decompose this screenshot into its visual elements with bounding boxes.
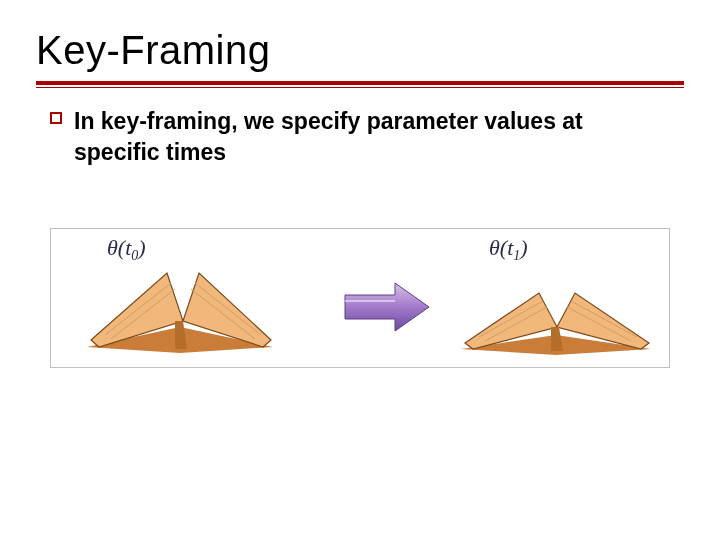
slide-content: In key-framing, we specify parameter val… — [36, 88, 684, 368]
slide-title: Key-Framing — [36, 28, 684, 79]
bullet-marker-icon — [50, 112, 62, 124]
book-icon-t1 — [451, 265, 661, 365]
diagram-panel: θ(t0) θ(t1) — [50, 228, 670, 368]
arrow-icon — [341, 279, 433, 335]
slide: Key-Framing In key-framing, we specify p… — [0, 0, 720, 540]
book-icon-t0 — [75, 265, 285, 365]
theta-sub-1: 1 — [513, 248, 520, 263]
theta-label-0: θ(t0) — [107, 235, 146, 264]
theta-sub-0: 0 — [131, 248, 138, 263]
diagram-container: θ(t0) θ(t1) — [50, 228, 670, 368]
svg-marker-8 — [345, 283, 429, 331]
title-underline-thick — [36, 81, 684, 85]
bullet-item: In key-framing, we specify parameter val… — [50, 106, 670, 168]
bullet-text: In key-framing, we specify parameter val… — [74, 106, 670, 168]
theta-symbol-1: θ — [489, 235, 500, 260]
theta-label-1: θ(t1) — [489, 235, 528, 264]
theta-symbol-0: θ — [107, 235, 118, 260]
